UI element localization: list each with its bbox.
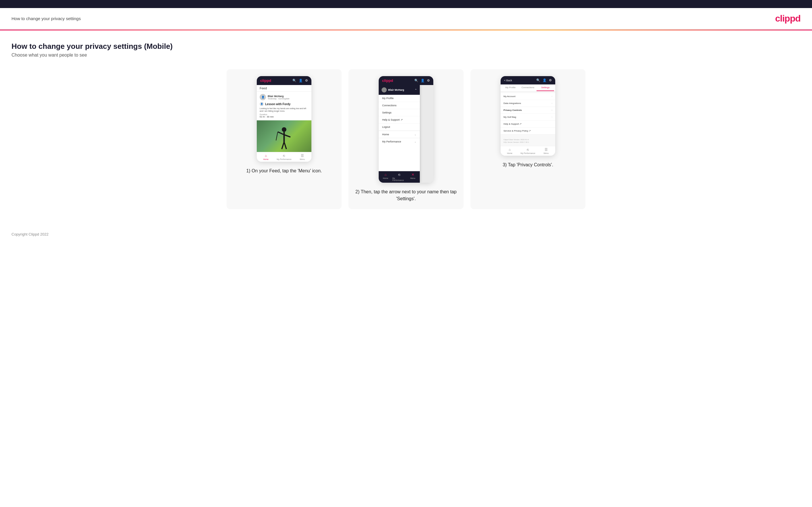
- my-account-chevron: ›: [552, 95, 552, 98]
- nav3-home-label: Home: [507, 152, 512, 154]
- settings-list: My Account › Data Integrations › Privacy…: [501, 93, 555, 134]
- svg-line-3: [284, 135, 291, 137]
- privacy-controls-label: Privacy Controls: [504, 109, 522, 111]
- settings-footer: Clippd Client Version: 2022.8.3-3 GQL Se…: [501, 136, 555, 146]
- svg-line-6: [276, 132, 278, 140]
- top-bar: [0, 0, 812, 8]
- menu-avatar: [382, 87, 387, 93]
- phone-nav-1: clippd 🔍 👤 ⚙: [257, 76, 311, 85]
- feed-user-info: Blair McHarg Yesterday · Sunningdale: [268, 95, 290, 100]
- search-icon[interactable]: 🔍: [293, 79, 297, 82]
- data-integrations-label: Data Integrations: [504, 102, 521, 105]
- nav3-home[interactable]: ⌂ Home: [501, 148, 519, 154]
- feed-tab: Feed: [257, 85, 311, 92]
- back-button[interactable]: < Back: [504, 79, 512, 82]
- settings-gear-icon[interactable]: ⚙: [549, 78, 552, 82]
- menu-perf-icon: ⎋: [398, 173, 400, 177]
- nav3-performance[interactable]: ⎋ My Performance: [519, 148, 537, 154]
- header-title: How to change your privacy settings: [11, 16, 81, 21]
- main-content: How to change your privacy settings (Mob…: [0, 31, 812, 226]
- my-golf-bag-chevron: ›: [552, 116, 552, 118]
- settings-service-privacy[interactable]: Service & Privacy Policy ↗: [501, 127, 555, 134]
- menu-perf-label: My Performance: [393, 177, 406, 181]
- privacy-controls-chevron: ›: [552, 109, 552, 111]
- step-3-caption: 3) Tap 'Privacy Controls'.: [503, 161, 553, 168]
- settings-nav-icons: 🔍 👤 ⚙: [536, 78, 552, 82]
- tab-settings[interactable]: Settings: [537, 84, 554, 91]
- settings-icon-2[interactable]: ⚙: [427, 79, 430, 82]
- user-icon[interactable]: 👤: [299, 79, 303, 82]
- step-1-card: clippd 🔍 👤 ⚙ Feed 👤 Blair McHarg: [226, 69, 342, 209]
- menu-chevron-up[interactable]: ⌃: [415, 89, 417, 92]
- menu-user-info: Blair McHarg: [382, 87, 404, 93]
- settings-icon[interactable]: ⚙: [305, 79, 308, 82]
- menu-performance-section[interactable]: My Performance ⌄: [379, 138, 420, 145]
- nav-performance[interactable]: ⎋ My Performance: [275, 154, 293, 160]
- settings-privacy-controls[interactable]: Privacy Controls ›: [501, 107, 555, 114]
- menu-label: Menu: [300, 158, 305, 160]
- settings-help-support[interactable]: Help & Support ↗: [501, 121, 555, 127]
- menu-nav-close[interactable]: ✕ Menu: [406, 173, 420, 181]
- step-1-phone: clippd 🔍 👤 ⚙ Feed 👤 Blair McHarg: [257, 76, 311, 162]
- menu-performance-label: My Performance: [382, 140, 401, 143]
- menu-close-label: Menu: [410, 177, 415, 179]
- menu-home-icon: ⌂: [385, 173, 387, 177]
- menu-home-chevron: ⌄: [414, 133, 416, 136]
- settings-back-bar: < Back 🔍 👤 ⚙: [501, 76, 555, 84]
- header: How to change your privacy settings clip…: [0, 8, 812, 30]
- lesson-desc: Looking to feel like my hands are exitin…: [260, 107, 308, 112]
- settings-data-integrations[interactable]: Data Integrations ›: [501, 100, 555, 107]
- search-icon-2[interactable]: 🔍: [414, 79, 418, 82]
- menu-my-profile[interactable]: My Profile: [379, 95, 420, 102]
- avatar: 👤: [260, 94, 266, 100]
- menu-user-name: Blair McHarg: [388, 89, 404, 91]
- nav3-menu[interactable]: ☰ Menu: [537, 148, 555, 154]
- menu-connections[interactable]: Connections: [379, 102, 420, 109]
- menu-home-label: Home: [382, 133, 389, 136]
- nav-menu[interactable]: ☰ Menu: [293, 154, 311, 160]
- settings-user-icon[interactable]: 👤: [543, 78, 547, 82]
- data-integrations-chevron: ›: [552, 102, 552, 105]
- nav3-home-icon: ⌂: [509, 148, 511, 152]
- settings-my-golf-bag[interactable]: My Golf Bag ›: [501, 114, 555, 121]
- user-icon-2[interactable]: 👤: [421, 79, 425, 82]
- performance-icon: ⎋: [283, 154, 285, 158]
- close-icon: ✕: [411, 173, 414, 177]
- menu-home-nav-label: Home: [383, 177, 388, 179]
- nav-home[interactable]: ⌂ Home: [257, 154, 275, 160]
- phone-nav-icons-2: 🔍 👤 ⚙: [414, 79, 430, 82]
- svg-point-0: [282, 127, 287, 132]
- menu-settings[interactable]: Settings: [379, 109, 420, 116]
- home-label: Home: [263, 158, 268, 160]
- menu-nav-home[interactable]: ⌂ Home: [379, 173, 393, 181]
- menu-user-row: Blair McHarg ⌃: [379, 85, 420, 95]
- bottom-nav-1: ⌂ Home ⎋ My Performance ☰ Menu: [257, 152, 311, 162]
- page-heading: How to change your privacy settings (Mob…: [11, 42, 801, 51]
- steps-container: clippd 🔍 👤 ⚙ Feed 👤 Blair McHarg: [11, 69, 801, 209]
- gql-version: GQL Server Version: 2022.7.30-1: [504, 141, 552, 144]
- copyright: Copyright Clippd 2022: [11, 232, 49, 236]
- menu-bottom-nav: ⌂ Home ⎋ My Performance ✕ Menu: [379, 171, 420, 183]
- settings-search-icon[interactable]: 🔍: [536, 78, 540, 82]
- tab-connections[interactable]: Connections: [519, 84, 537, 91]
- menu-help[interactable]: Help & Support ↗: [379, 116, 420, 123]
- lesson-title: Lesson with Fordy: [265, 103, 291, 106]
- menu-home-section[interactable]: Home ⌄: [379, 131, 420, 138]
- duration-label: Duration: [260, 113, 308, 115]
- tab-my-profile[interactable]: My Profile: [502, 84, 519, 91]
- nav3-menu-label: Menu: [544, 152, 549, 154]
- step-2-phone: clippd 🔍 👤 ⚙: [379, 76, 433, 183]
- menu-nav-performance[interactable]: ⎋ My Performance: [393, 173, 406, 181]
- step-3-card: < Back 🔍 👤 ⚙ My Profile Connections Sett…: [470, 69, 586, 209]
- home-icon: ⌂: [265, 154, 267, 158]
- feed-user-name: Blair McHarg: [268, 95, 290, 98]
- feed-post: 👤 Blair McHarg Yesterday · Sunningdale 👤…: [257, 92, 311, 120]
- settings-my-account[interactable]: My Account ›: [501, 93, 555, 100]
- svg-line-2: [278, 132, 284, 135]
- client-version: Clippd Client Version: 2022.8.3-3: [504, 138, 552, 141]
- settings-tabs: My Profile Connections Settings: [501, 84, 555, 91]
- svg-line-4: [282, 142, 284, 149]
- lesson-row: 👤 Lesson with Fordy: [260, 102, 308, 106]
- menu-logout[interactable]: Logout: [379, 123, 420, 131]
- phone-logo-1: clippd: [260, 78, 271, 83]
